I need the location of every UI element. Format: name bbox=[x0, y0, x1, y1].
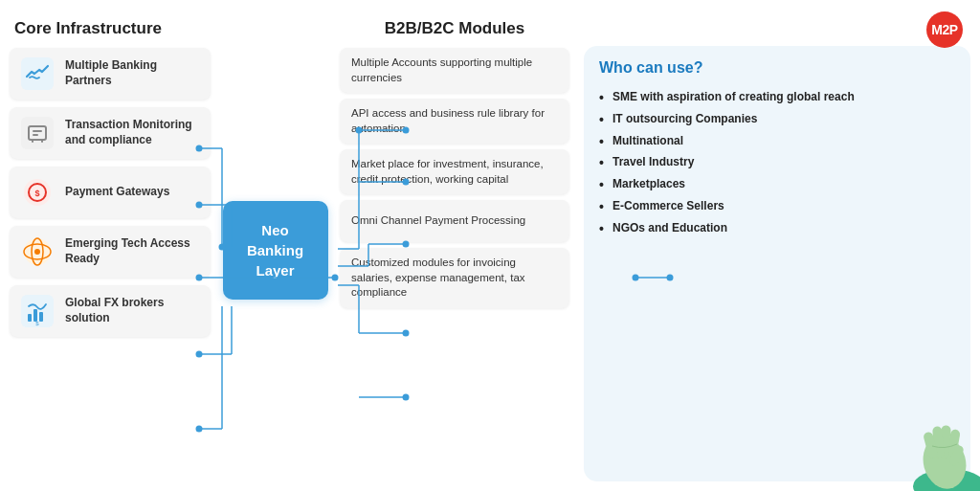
who-can-use-list: SME with aspiration of creating global r… bbox=[599, 86, 955, 239]
svg-rect-13 bbox=[28, 314, 32, 322]
module-card-customized-modules: Customized modules for invoicing salarie… bbox=[340, 248, 569, 308]
svg-rect-0 bbox=[21, 57, 54, 90]
emerging-tech-icon bbox=[19, 234, 56, 270]
who-can-use-title: Who can use? bbox=[599, 59, 955, 77]
left-column-header: Core Infrastructure bbox=[10, 19, 211, 38]
center-column: Neo Banking Layer bbox=[211, 19, 340, 481]
global-fx-text: Global FX brokers solution bbox=[65, 296, 201, 325]
svg-rect-3 bbox=[33, 130, 42, 132]
emerging-tech-text: Emerging Tech Access Ready bbox=[65, 236, 201, 266]
who-item-multinational: Multinational bbox=[599, 130, 955, 152]
transaction-monitoring-text: Transaction Monitoring and compliance bbox=[65, 118, 201, 147]
module-card-api-access: API access and business rule library for… bbox=[340, 99, 569, 144]
svg-rect-1 bbox=[21, 117, 54, 149]
infra-card-banking-partners: Multiple Banking Partners bbox=[10, 48, 211, 100]
module-card-multiple-accounts: Multiple Accounts supporting multiple cu… bbox=[340, 48, 569, 93]
payment-gateways-icon: $ bbox=[19, 174, 56, 211]
who-item-it-outsourcing: IT outsourcing Companies bbox=[599, 108, 955, 130]
svg-rect-15 bbox=[39, 312, 43, 322]
b2b-column: B2B/B2C Modules Multiple Accounts suppor… bbox=[340, 19, 569, 481]
infra-card-global-fx: $ Global FX brokers solution bbox=[10, 285, 211, 337]
global-fx-icon: $ bbox=[19, 293, 56, 329]
infra-card-emerging-tech: Emerging Tech Access Ready bbox=[10, 226, 211, 278]
module-api-access-text: API access and business rule library for… bbox=[351, 106, 558, 136]
hand-illustration bbox=[892, 400, 978, 486]
who-can-use-column: Who can use? SME with aspiration of crea… bbox=[569, 19, 970, 481]
who-can-use-box: Who can use? SME with aspiration of crea… bbox=[584, 46, 970, 481]
svg-point-11 bbox=[34, 249, 40, 255]
transaction-monitoring-icon bbox=[19, 115, 56, 151]
svg-rect-4 bbox=[33, 134, 38, 136]
infra-card-transaction-monitoring: Transaction Monitoring and compliance bbox=[10, 107, 211, 159]
left-column: Core Infrastructure Multiple Banking Par… bbox=[10, 19, 211, 481]
main-container: M2P Core Infrastructure Multiple Banking… bbox=[0, 0, 980, 491]
payment-gateways-text: Payment Gateways bbox=[65, 185, 169, 200]
module-multiple-accounts-text: Multiple Accounts supporting multiple cu… bbox=[351, 56, 558, 85]
who-item-sme: SME with aspiration of creating global r… bbox=[599, 86, 955, 108]
module-customized-modules-text: Customized modules for invoicing salarie… bbox=[351, 256, 558, 301]
m2p-logo: M2P bbox=[926, 11, 963, 48]
module-card-marketplace-investment: Market place for investment, insurance, … bbox=[340, 149, 569, 194]
banking-partners-text: Multiple Banking Partners bbox=[65, 58, 201, 88]
who-item-travel-industry: Travel Industry bbox=[599, 151, 955, 173]
module-omni-channel-text: Omni Channel Payment Processing bbox=[351, 213, 525, 229]
neo-banking-box: Neo Banking Layer bbox=[223, 201, 328, 300]
svg-text:$: $ bbox=[34, 189, 39, 198]
banking-partners-icon bbox=[19, 56, 56, 92]
who-item-ngos: NGOs and Education bbox=[599, 217, 955, 239]
b2b-column-header: B2B/B2C Modules bbox=[340, 19, 569, 38]
infra-card-payment-gateways: $ Payment Gateways bbox=[10, 167, 211, 218]
module-card-omni-channel: Omni Channel Payment Processing bbox=[340, 200, 569, 242]
infra-cards-list: Multiple Banking Partners Transaction Mo… bbox=[10, 48, 211, 337]
module-cards-list: Multiple Accounts supporting multiple cu… bbox=[340, 48, 569, 308]
who-item-marketplaces: Marketplaces bbox=[599, 173, 955, 195]
who-item-ecommerce: E-Commerce Sellers bbox=[599, 195, 955, 217]
module-marketplace-investment-text: Market place for investment, insurance, … bbox=[351, 157, 558, 187]
